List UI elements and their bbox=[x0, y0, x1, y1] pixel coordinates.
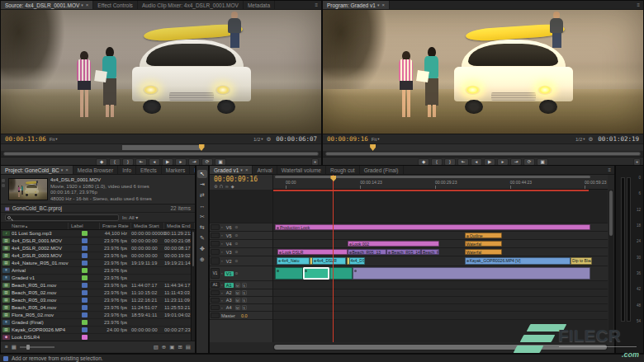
track-header-master[interactable]: Master0.0 bbox=[210, 312, 272, 320]
zoom-tool[interactable]: ⊕ bbox=[197, 256, 207, 264]
mute-button[interactable]: M bbox=[235, 283, 240, 288]
track-select-tool[interactable]: ⇥ bbox=[197, 181, 207, 189]
linked-selection-icon[interactable]: ∞ bbox=[225, 184, 229, 189]
project-row[interactable]: ▤Beach_R05_02.mov23.976 fps11:10:15:0211… bbox=[1, 289, 195, 297]
panel-menu-icon[interactable]: ≡ bbox=[633, 1, 643, 9]
preview-thumbnail[interactable] bbox=[8, 178, 48, 200]
clip-untitled[interactable] bbox=[303, 267, 329, 280]
track-lane-a3[interactable] bbox=[273, 297, 608, 304]
label-color-swatch[interactable] bbox=[82, 268, 88, 273]
thumbnail-zoom-slider[interactable] bbox=[20, 346, 54, 348]
clip-waterfal[interactable]: Waterfal bbox=[465, 241, 502, 247]
project-row[interactable]: ▤4x4_DSLR_0001.MOV23.976 fps00:00:00:000… bbox=[1, 237, 195, 245]
source-tab-3[interactable]: Metadata bbox=[244, 1, 275, 9]
label-color-swatch[interactable] bbox=[82, 253, 88, 258]
source-tab-0[interactable]: Source: 4x4_DSLR_0001.MOV▾× bbox=[1, 1, 93, 9]
chevron-down-icon[interactable]: ▾ bbox=[61, 167, 64, 172]
add-marker-icon[interactable]: ◆ bbox=[231, 184, 234, 189]
timeline-ruler[interactable]: 00:0000:00:14:2300:00:29:2300:00:44:2300… bbox=[273, 175, 608, 190]
toggle-track-output-eye-icon[interactable]: ⊙ bbox=[235, 242, 239, 246]
clear-icon[interactable]: ▤ bbox=[186, 344, 191, 350]
snap-icon[interactable]: U bbox=[220, 184, 223, 189]
source-patch-v4[interactable] bbox=[211, 241, 220, 247]
chevron-down-icon[interactable]: ▾ bbox=[377, 2, 380, 7]
track-lane-v3[interactable]: Look DSLRBeach_R05_13Beach_R05_14Beach_R… bbox=[273, 248, 608, 256]
solo-button[interactable]: S bbox=[242, 283, 247, 288]
project-row[interactable]: ≡Graded v123.976 fps bbox=[1, 275, 195, 282]
track-name-a3[interactable]: A3 bbox=[225, 298, 234, 303]
source-patch-v2[interactable] bbox=[211, 257, 220, 265]
clip-waterfal[interactable]: Waterfal bbox=[465, 249, 502, 255]
sequence-tab-3[interactable]: Rough cut bbox=[326, 166, 360, 174]
track-header-a1[interactable]: A1▫A1MS bbox=[210, 281, 272, 289]
track-header-a4[interactable]: ▫A4MS bbox=[210, 304, 272, 312]
clip-untitled[interactable] bbox=[353, 267, 591, 280]
clip-4x4-dslr[interactable]: 4x4_DSLR bbox=[312, 257, 347, 265]
clip-dip-to-black[interactable]: Dip to Black bbox=[571, 257, 592, 265]
chevron-down-icon[interactable]: ▾ bbox=[81, 2, 83, 7]
program-scrub-bar[interactable] bbox=[323, 143, 643, 151]
track-header-v3[interactable]: ▫V3⊙ bbox=[210, 248, 272, 256]
new-bin-icon[interactable]: ▣ bbox=[169, 344, 174, 350]
project-tab-4[interactable]: Markers bbox=[162, 166, 190, 174]
source-patch-v3[interactable] bbox=[211, 249, 220, 255]
ripple-edit-tool[interactable]: ⇄ bbox=[197, 191, 207, 200]
project-row[interactable]: ≡Arrival23.976 fps bbox=[1, 267, 195, 275]
program-playhead[interactable] bbox=[370, 144, 376, 151]
track-name-a1[interactable]: A1 bbox=[225, 283, 234, 288]
mute-button[interactable]: M bbox=[235, 298, 240, 303]
project-row[interactable]: ▤Kayak_GOPR0026.MP424.00 fps00:00:00:000… bbox=[1, 327, 195, 334]
project-row[interactable]: ▤4x4_DSLR_0002.MOV23.976 fps00:00:00:000… bbox=[1, 245, 195, 252]
project-row[interactable]: ▤Beach_R05_04.mov23.976 fps11:24:51:0711… bbox=[1, 304, 195, 312]
toggle-track-output-eye-icon[interactable]: ⊙ bbox=[235, 271, 239, 275]
clip-beach-r05-13[interactable]: Beach_R05_13 bbox=[348, 249, 387, 255]
project-bin-row[interactable]: ▤ GoneCold_BC.prproj 22 items bbox=[1, 205, 195, 213]
pen-tool[interactable]: ✎ bbox=[197, 234, 207, 242]
work-area-bar[interactable] bbox=[275, 176, 590, 178]
panel-menu-icon[interactable]: ≡ bbox=[604, 166, 614, 174]
lock-icon[interactable]: ▫ bbox=[221, 259, 223, 263]
track-lane-v6[interactable]: Production Look bbox=[273, 223, 608, 232]
label-color-swatch[interactable] bbox=[82, 246, 88, 251]
clip-untitled[interactable] bbox=[275, 267, 303, 280]
solo-button[interactable]: S bbox=[242, 305, 247, 310]
mute-button[interactable]: M bbox=[235, 305, 240, 310]
source-patch-a3[interactable] bbox=[211, 298, 220, 303]
column-header-media-start[interactable]: Media Start bbox=[131, 223, 164, 229]
project-row[interactable]: ▤4x4_Nature_R05_01.mov23.976 fps19:19:11… bbox=[1, 260, 195, 267]
track-lane-a4[interactable] bbox=[273, 304, 608, 312]
close-icon[interactable]: × bbox=[381, 2, 385, 7]
project-tab-2[interactable]: Info bbox=[118, 166, 136, 174]
track-lane-v5[interactable]: Outline bbox=[273, 232, 608, 240]
toggle-track-output-eye-icon[interactable]: ⊙ bbox=[235, 250, 239, 254]
hand-tool[interactable]: ✥ bbox=[197, 245, 207, 253]
timeline-horizontal-scrollbar[interactable] bbox=[273, 344, 608, 350]
project-tab-3[interactable]: Effects bbox=[136, 166, 162, 174]
project-row[interactable]: ≡Graded (Final)23.976 fps bbox=[1, 319, 195, 327]
search-box[interactable] bbox=[5, 214, 119, 221]
clip-outline[interactable]: Outline bbox=[465, 233, 502, 238]
track-header-v6[interactable]: ▫V6⊙ bbox=[210, 223, 272, 232]
clip-beach-r[interactable]: Beach_R bbox=[421, 249, 439, 255]
track-header-v1[interactable]: V1▫V1⊙ bbox=[210, 266, 272, 281]
master-volume-value[interactable]: 0.0 bbox=[241, 313, 248, 318]
clip-4x4-natu[interactable]: 4x4_Natu bbox=[277, 257, 310, 265]
label-color-swatch[interactable] bbox=[82, 283, 88, 288]
column-header-frame-rate[interactable]: Frame Rate bbox=[100, 223, 131, 229]
rate-stretch-tool[interactable]: ↔ bbox=[197, 202, 207, 210]
lock-icon[interactable]: ▫ bbox=[221, 225, 223, 229]
label-color-swatch[interactable] bbox=[82, 298, 88, 303]
track-name-v5[interactable]: V5 bbox=[225, 233, 234, 238]
source-playback-resolution-dropdown[interactable]: 1/2▾ bbox=[253, 137, 263, 142]
selection-tool[interactable]: ↖ bbox=[197, 170, 207, 178]
automate-to-sequence-icon[interactable]: ▧ bbox=[154, 344, 159, 350]
project-tab-5[interactable]: History bbox=[190, 166, 195, 174]
toggle-track-output-eye-icon[interactable]: ⊙ bbox=[235, 225, 239, 229]
clip-production-look[interactable]: Production Look bbox=[275, 224, 590, 230]
column-header-media-end[interactable]: Media End bbox=[164, 223, 195, 229]
track-name-v4[interactable]: V4 bbox=[225, 242, 234, 247]
settings-gear-icon[interactable]: ⚙ bbox=[589, 136, 594, 143]
source-patch-a4[interactable] bbox=[211, 305, 220, 310]
sequence-tab-0[interactable]: Graded v1▾× bbox=[210, 166, 253, 174]
label-color-swatch[interactable] bbox=[82, 238, 88, 243]
